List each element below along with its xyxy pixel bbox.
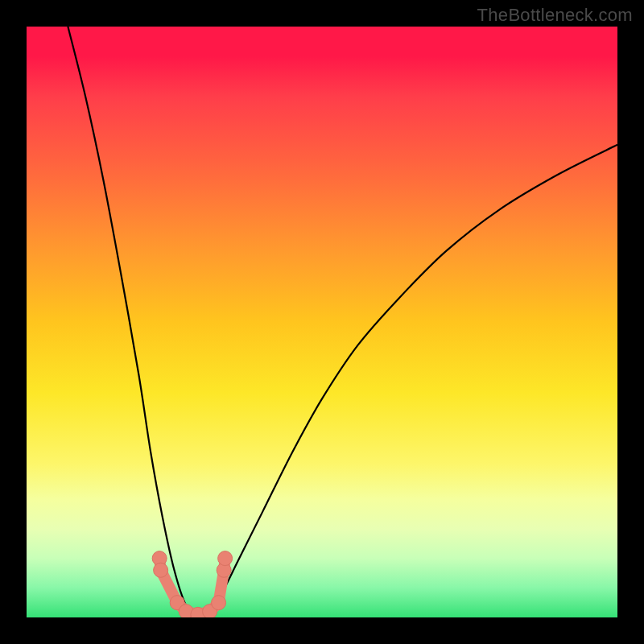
- chart-svg: [27, 27, 617, 617]
- bottleneck-curve: [68, 27, 617, 617]
- watermark-text: TheBottleneck.com: [477, 5, 633, 26]
- highlight-marker: [154, 563, 168, 577]
- plot-area: [27, 27, 617, 617]
- chart-frame: TheBottleneck.com: [0, 0, 644, 644]
- highlight-marker: [218, 551, 233, 566]
- highlight-marker: [212, 596, 226, 610]
